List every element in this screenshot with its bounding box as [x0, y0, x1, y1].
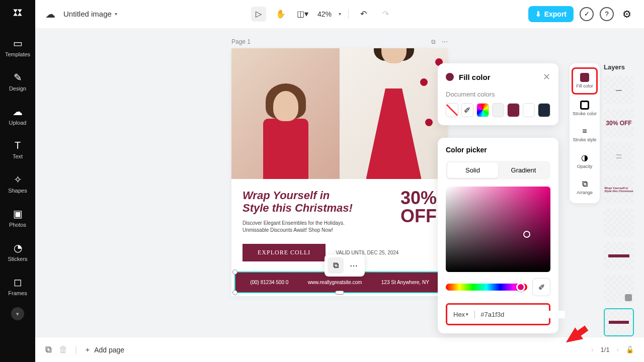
- upload-icon: ☁: [13, 106, 23, 118]
- prev-page[interactable]: ‹: [591, 346, 593, 353]
- duplicate-icon[interactable]: ⧉: [328, 257, 344, 274]
- resize-handle[interactable]: [232, 269, 237, 275]
- undo-button[interactable]: ↶: [356, 7, 371, 22]
- lock-icon[interactable]: 🔓: [626, 346, 634, 353]
- prop-arrange[interactable]: ⧉Arrange: [570, 174, 600, 201]
- next-page[interactable]: ›: [617, 346, 619, 353]
- footer-address: 123 St Anywhere, NY: [381, 280, 429, 285]
- resize-handle[interactable]: [232, 290, 237, 295]
- nav-templates[interactable]: ▭Templates: [0, 30, 35, 64]
- cloud-icon[interactable]: ☁: [45, 8, 55, 20]
- layer-thumb-selected[interactable]: [604, 308, 634, 336]
- cta-button[interactable]: EXPLORE COLLI: [243, 244, 326, 261]
- settings-button[interactable]: ⚙: [620, 7, 634, 21]
- frames-icon: ◻: [14, 276, 22, 288]
- saturation-value-area[interactable]: [446, 187, 550, 272]
- tab-gradient[interactable]: Gradient: [498, 162, 549, 178]
- resize-handle[interactable]: [335, 291, 344, 295]
- hero-image-left[interactable]: [231, 48, 340, 179]
- layers-panel: Layers ━━━ 30% OFF ══════ Wrap Yourself …: [604, 63, 639, 341]
- topbar-tools: ▷ ✋ ◫▾ 42% ▾ ↶ ↷: [251, 7, 393, 22]
- hex-input-row: Hex▾ |: [446, 303, 550, 325]
- swatch-none[interactable]: [446, 103, 458, 117]
- crop-tool[interactable]: ◫▾: [295, 7, 310, 22]
- layer-thumb[interactable]: 30% OFF: [604, 109, 634, 137]
- nav-text[interactable]: TText: [0, 133, 35, 166]
- tab-solid[interactable]: Solid: [447, 162, 498, 178]
- page-label: Page 1: [231, 38, 251, 45]
- swatch-rainbow[interactable]: [476, 103, 489, 117]
- stroke-swatch-icon: [580, 101, 589, 110]
- chevron-down-icon[interactable]: ▾: [339, 11, 341, 17]
- delete-icon[interactable]: 🗑: [59, 344, 68, 355]
- layer-thumb[interactable]: [604, 275, 634, 303]
- property-rail: Fill color Stroke color ≡Stroke style ◑O…: [570, 63, 600, 203]
- app-logo[interactable]: [10, 5, 25, 20]
- hand-tool[interactable]: ✋: [273, 7, 288, 22]
- nav-design[interactable]: ✎Design: [0, 64, 35, 99]
- help-button[interactable]: ?: [600, 7, 614, 21]
- current-fill-swatch: [446, 73, 454, 81]
- select-tool[interactable]: ▷: [251, 7, 266, 22]
- layer-thumb[interactable]: [604, 209, 634, 237]
- sv-cursor[interactable]: [523, 231, 530, 238]
- close-icon[interactable]: ✕: [543, 71, 550, 82]
- layer-thumb[interactable]: ━━━: [604, 76, 634, 104]
- stickers-icon: ◔: [14, 242, 22, 254]
- nav-upload[interactable]: ☁Upload: [0, 99, 35, 133]
- hue-slider[interactable]: [446, 284, 527, 291]
- left-nav-rail: ▭Templates ✎Design ☁Upload TText ✧Shapes…: [0, 0, 35, 362]
- nav-shapes[interactable]: ✧Shapes: [0, 166, 35, 201]
- prop-stroke-style[interactable]: ≡Stroke style: [570, 122, 600, 148]
- hex-input[interactable]: [480, 311, 565, 318]
- swatch-eyedropper[interactable]: ✐: [461, 103, 474, 117]
- prop-opacity[interactable]: ◑Opacity: [570, 148, 600, 174]
- stroke-style-icon: ≡: [582, 127, 587, 136]
- more-icon[interactable]: ⋯: [442, 38, 448, 45]
- hex-format-select[interactable]: Hex▾: [453, 311, 468, 318]
- doc-colors-label: Document colors: [446, 90, 550, 98]
- hue-cursor[interactable]: [516, 283, 525, 292]
- duplicate-page-icon[interactable]: ⧉: [431, 38, 436, 45]
- footer-url: www.reallygreatsite.com: [308, 280, 362, 285]
- chevron-down-icon: ▾: [115, 11, 117, 17]
- shield-button[interactable]: ✓: [580, 7, 594, 21]
- plus-icon: ＋: [84, 345, 91, 354]
- nav-photos[interactable]: ▣Photos: [0, 201, 35, 235]
- add-page-button[interactable]: ＋Add page: [84, 345, 124, 354]
- nav-stickers[interactable]: ◔Stickers: [0, 235, 35, 269]
- text-block: Wrap Yourself inStyle this Christmas! Di…: [231, 179, 448, 244]
- prop-stroke-color[interactable]: Stroke color: [570, 96, 600, 122]
- discount-text[interactable]: 30%OFF: [400, 189, 437, 234]
- eyedropper-button[interactable]: ✐: [532, 278, 550, 296]
- pages-icon[interactable]: ⧉: [45, 344, 52, 355]
- page-header: Page 1 ⧉ ⋯: [231, 38, 448, 45]
- arrange-icon: ⧉: [582, 179, 588, 189]
- zoom-level[interactable]: 42%: [317, 10, 332, 18]
- main-area: ☁ Untitled image▾ ▷ ✋ ◫▾ 42% ▾ ↶ ↷ ⬇Expo…: [35, 0, 644, 362]
- chevron-down-icon: ▾: [16, 311, 19, 317]
- document-swatches: ✐: [446, 103, 550, 117]
- headline[interactable]: Wrap Yourself inStyle this Christmas!: [243, 189, 385, 215]
- subheadline[interactable]: Discover Elegant Ensembles for the Holid…: [243, 220, 385, 234]
- layer-thumb[interactable]: ══════: [604, 142, 634, 170]
- nav-more[interactable]: ▾: [11, 307, 24, 320]
- nav-frames[interactable]: ◻Frames: [0, 269, 35, 303]
- templates-icon: ▭: [13, 37, 23, 49]
- export-button[interactable]: ⬇Export: [528, 6, 574, 22]
- more-icon[interactable]: ⋯: [346, 257, 362, 274]
- photos-icon: ▣: [13, 208, 23, 220]
- document-title[interactable]: Untitled image▾: [63, 10, 117, 18]
- redo-button[interactable]: ↷: [378, 7, 393, 22]
- layer-thumb[interactable]: Wrap Yourself inStyle this Christmas: [604, 175, 634, 204]
- design-icon: ✎: [14, 71, 22, 83]
- hero-images: [231, 48, 448, 179]
- layer-thumb[interactable]: [604, 242, 634, 270]
- footer-phone: (00) 81234 500 0: [250, 280, 288, 285]
- prop-fill-color[interactable]: Fill color: [572, 67, 598, 95]
- swatch[interactable]: [538, 103, 550, 117]
- swatch[interactable]: [492, 103, 505, 117]
- hero-image-right[interactable]: [340, 48, 448, 179]
- swatch[interactable]: [507, 103, 520, 117]
- swatch[interactable]: [523, 103, 535, 117]
